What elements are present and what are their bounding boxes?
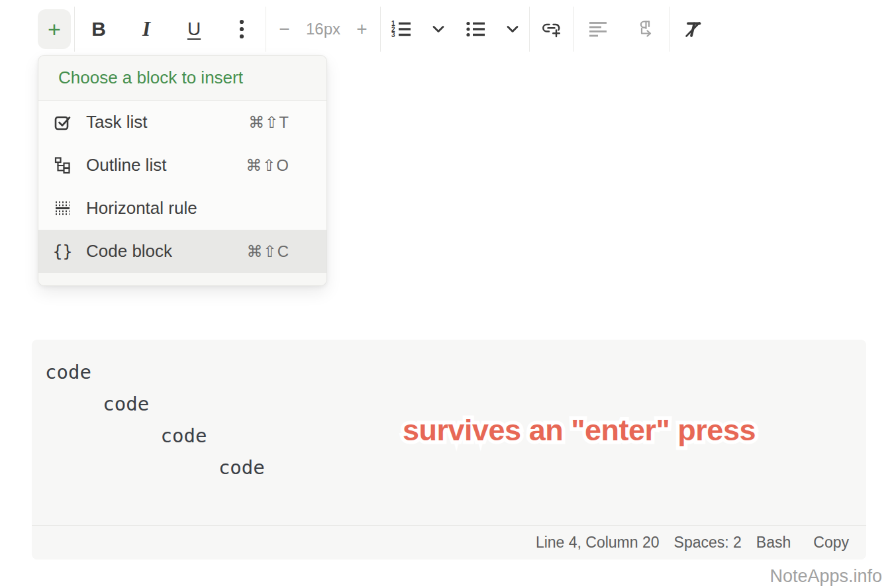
editor-toolbar: + B I U − 16px + 1 2 3: [38, 7, 715, 52]
menu-item-outline-list[interactable]: Outline list ⌘⇧O: [38, 144, 326, 187]
outline-list-icon: [54, 156, 72, 174]
language-selector[interactable]: Bash: [756, 534, 791, 552]
link-plus-icon: [542, 20, 562, 38]
more-formatting-button[interactable]: [218, 7, 266, 52]
ordered-list-button[interactable]: 1 2 3: [381, 7, 422, 52]
code-block-status-bar: Line 4, Column 20 Spaces: 2 Bash Copy: [32, 525, 866, 560]
chevron-down-icon: [432, 25, 444, 33]
code-block-icon: {}: [54, 242, 72, 260]
align-button[interactable]: [574, 7, 622, 52]
ordered-list-icon: 1 2 3: [391, 21, 411, 38]
underline-button[interactable]: U: [170, 7, 218, 52]
cursor-position: Line 4, Column 20: [536, 534, 660, 552]
pilcrow-arrow-icon: [636, 20, 655, 38]
clear-formatting-icon: [683, 20, 702, 38]
decrease-font-size-button[interactable]: −: [266, 7, 303, 52]
bullet-list-options-button[interactable]: [496, 7, 529, 52]
insert-block-button[interactable]: +: [38, 9, 71, 49]
increase-font-size-button[interactable]: +: [344, 7, 380, 52]
insert-block-menu: Choose a block to insert Task list ⌘⇧T: [38, 55, 327, 286]
menu-item-label: Code block: [86, 241, 247, 262]
font-size-value: 16px: [303, 20, 344, 38]
insert-link-button[interactable]: [530, 7, 573, 52]
menu-item-label: Horizontal rule: [86, 198, 289, 219]
clear-formatting-button[interactable]: [670, 7, 715, 52]
menu-item-shortcut: ⌘⇧C: [247, 242, 289, 261]
menu-item-label: Task list: [86, 112, 248, 132]
task-list-icon: [54, 113, 72, 131]
menu-item-shortcut: ⌘⇧O: [246, 156, 289, 175]
insert-menu-footer: [38, 273, 326, 285]
menu-item-code-block[interactable]: {} Code block ⌘⇧C: [38, 230, 326, 273]
menu-item-horizontal-rule[interactable]: Horizontal rule: [38, 187, 326, 230]
menu-item-label: Outline list: [86, 155, 246, 175]
insert-menu-title: Choose a block to insert: [38, 56, 326, 101]
annotation-text: survives an "enter" press survives an "e…: [403, 413, 756, 448]
ordered-list-options-button[interactable]: [422, 7, 455, 52]
paragraph-direction-button[interactable]: [622, 7, 670, 52]
copy-button[interactable]: Copy: [813, 534, 849, 552]
chevron-down-icon: [507, 25, 519, 33]
bullet-list-button[interactable]: [455, 7, 496, 52]
watermark: NoteApps.info: [770, 566, 882, 587]
italic-button[interactable]: I: [123, 7, 170, 52]
bold-button[interactable]: B: [75, 7, 123, 52]
align-left-icon: [589, 21, 607, 38]
menu-item-task-list[interactable]: Task list ⌘⇧T: [38, 101, 326, 144]
horizontal-rule-icon: [54, 199, 72, 217]
code-block: code code code code Line 4, Column 20 Sp…: [32, 340, 866, 560]
insert-menu-items: Task list ⌘⇧T Outline list ⌘⇧O: [38, 101, 326, 273]
menu-item-shortcut: ⌘⇧T: [248, 113, 289, 132]
bullet-list-icon: [466, 21, 485, 38]
svg-text:3: 3: [391, 31, 395, 38]
code-line: code: [45, 356, 853, 388]
indentation-setting[interactable]: Spaces: 2: [674, 534, 742, 552]
kebab-menu-icon: [239, 19, 244, 39]
code-line: code: [45, 452, 853, 483]
